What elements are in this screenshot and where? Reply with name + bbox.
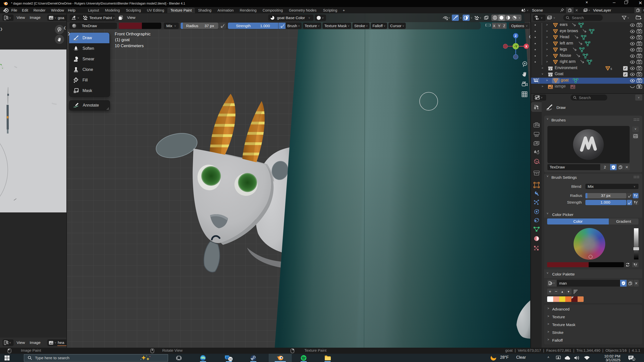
svg-text:16: 16 [229,357,232,360]
svg-text:-Y: -Y [514,45,517,48]
svg-text:1: 1 [633,358,634,361]
svg-text:X: X [525,45,527,48]
svg-text:Z: Z [515,34,516,38]
